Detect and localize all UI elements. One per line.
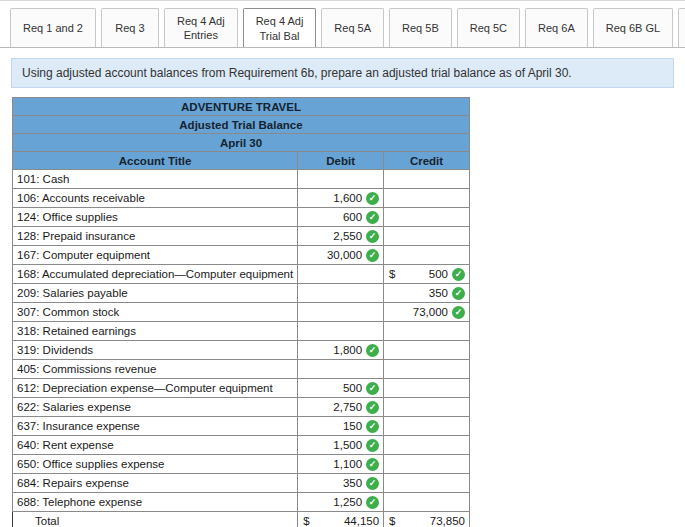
credit-amount-cell[interactable]	[384, 360, 470, 379]
debit-amount-cell[interactable]	[298, 322, 384, 341]
table-row: 209: Salaries payable 350✓	[13, 284, 470, 303]
credit-amount-cell[interactable]: 73,000✓	[384, 303, 470, 322]
tab-req-5c[interactable]: Req 5C	[457, 8, 520, 47]
debit-amount-cell[interactable]	[298, 170, 384, 189]
correct-check-icon: ✓	[366, 192, 379, 205]
currency-symbol: $	[388, 268, 395, 280]
tab-req-5a[interactable]: Req 5A	[321, 8, 384, 47]
amount-value: 150	[343, 420, 362, 432]
total-credit-cell: $73,850	[384, 512, 470, 527]
credit-amount-cell[interactable]	[384, 493, 470, 512]
account-title-cell: 319: Dividends	[13, 341, 298, 360]
table-row: 612: Depreciation expense—Computer equip…	[13, 379, 470, 398]
credit-amount-cell[interactable]	[384, 455, 470, 474]
tab-req-3[interactable]: Req 3	[101, 8, 159, 47]
amount-value: 73,000	[413, 306, 448, 318]
tab-req-4-adj-trial-bal[interactable]: Req 4 Adj Trial Bal	[243, 8, 317, 48]
credit-amount-cell[interactable]	[384, 398, 470, 417]
credit-amount-cell[interactable]	[384, 170, 470, 189]
tab-req-5b[interactable]: Req 5B	[389, 8, 452, 47]
table-row: 319: Dividends 1,800✓	[13, 341, 470, 360]
table-row: 318: Retained earnings	[13, 322, 470, 341]
debit-amount-cell[interactable]	[298, 265, 384, 284]
tab-req-6a[interactable]: Req 6A	[525, 8, 588, 47]
credit-amount-cell[interactable]	[384, 246, 470, 265]
amount-value: 350	[429, 287, 448, 299]
credit-amount-cell[interactable]	[384, 322, 470, 341]
debit-amount-cell[interactable]: 500✓	[298, 379, 384, 398]
statement-title: Adjusted Trial Balance	[13, 116, 470, 134]
table-row: 307: Common stock 73,000✓	[13, 303, 470, 322]
table-row: 168: Accumulated depreciation—Computer e…	[13, 265, 470, 284]
correct-check-icon: ✓	[366, 401, 379, 414]
amount-value: 500	[429, 268, 448, 280]
tab-req-1-and-2[interactable]: Req 1 and 2	[10, 8, 96, 47]
account-title-cell: 124: Office supplies	[13, 208, 298, 227]
amount-value: 600	[343, 211, 362, 223]
debit-amount-cell[interactable]	[298, 303, 384, 322]
debit-amount-cell[interactable]: 2,750✓	[298, 398, 384, 417]
amount-value: 1,250	[333, 496, 362, 508]
correct-check-icon: ✓	[366, 382, 379, 395]
correct-check-icon: ✓	[366, 344, 379, 357]
correct-check-icon: ✓	[366, 458, 379, 471]
table-row: 622: Salaries expense 2,750✓	[13, 398, 470, 417]
instruction-banner: Using adjusted account balances from Req…	[11, 58, 674, 88]
credit-amount-cell[interactable]: 350✓	[384, 284, 470, 303]
credit-amount-cell[interactable]	[384, 341, 470, 360]
tab-req-6b-gl[interactable]: Req 6B GL	[593, 8, 673, 47]
correct-check-icon: ✓	[452, 268, 465, 281]
correct-check-icon: ✓	[452, 306, 465, 319]
debit-amount-cell[interactable]: 2,550✓	[298, 227, 384, 246]
table-title-date-row: April 30	[13, 134, 470, 152]
debit-amount-cell[interactable]: 150✓	[298, 417, 384, 436]
account-title-cell: 612: Depreciation expense—Computer equip…	[13, 379, 298, 398]
tab-req-4-adj-entries[interactable]: Req 4 Adj Entries	[164, 8, 238, 47]
credit-amount-cell[interactable]	[384, 227, 470, 246]
account-title-cell: 168: Accumulated depreciation—Computer e…	[13, 265, 298, 284]
amount-value: 500	[343, 382, 362, 394]
correct-check-icon: ✓	[366, 249, 379, 262]
tab-req-7[interactable]: Req 7	[678, 8, 685, 47]
column-header-debit: Debit	[298, 152, 384, 170]
correct-check-icon: ✓	[366, 420, 379, 433]
table-row: 688: Telephone expense 1,250✓	[13, 493, 470, 512]
account-title-cell: 622: Salaries expense	[13, 398, 298, 417]
table-title-statement-row: Adjusted Trial Balance	[13, 116, 470, 134]
debit-amount-cell[interactable]: 600✓	[298, 208, 384, 227]
account-title-cell: 167: Computer equipment	[13, 246, 298, 265]
table-row: 101: Cash	[13, 170, 470, 189]
account-title-cell: 684: Repairs expense	[13, 474, 298, 493]
company-name: ADVENTURE TRAVEL	[13, 98, 470, 116]
credit-amount-cell[interactable]	[384, 379, 470, 398]
correct-check-icon: ✓	[452, 287, 465, 300]
account-title-cell: 650: Office supplies expense	[13, 455, 298, 474]
debit-amount-cell[interactable]: 1,100✓	[298, 455, 384, 474]
credit-amount-cell[interactable]	[384, 208, 470, 227]
credit-amount-cell[interactable]	[384, 474, 470, 493]
credit-amount-cell[interactable]	[384, 417, 470, 436]
correct-check-icon: ✓	[366, 211, 379, 224]
total-row: Total $44,150 $73,850	[13, 512, 470, 527]
statement-date: April 30	[13, 134, 470, 152]
account-title-cell: 209: Salaries payable	[13, 284, 298, 303]
debit-amount-cell[interactable]	[298, 360, 384, 379]
credit-amount-cell[interactable]	[384, 436, 470, 455]
tab-bar: Req 1 and 2Req 3Req 4 Adj EntriesReq 4 A…	[0, 8, 685, 48]
account-title-cell: 318: Retained earnings	[13, 322, 298, 341]
debit-amount-cell[interactable]: 1,500✓	[298, 436, 384, 455]
credit-amount-cell[interactable]	[384, 189, 470, 208]
debit-amount-cell[interactable]: 350✓	[298, 474, 384, 493]
table-row: 405: Commissions revenue	[13, 360, 470, 379]
debit-amount-cell[interactable]	[298, 284, 384, 303]
adjusted-trial-balance-table: ADVENTURE TRAVEL Adjusted Trial Balance …	[12, 97, 470, 527]
amount-value: 2,550	[333, 230, 362, 242]
debit-amount-cell[interactable]: 1,800✓	[298, 341, 384, 360]
account-title-cell: 128: Prepaid insurance	[13, 227, 298, 246]
amount-value: 44,150	[344, 515, 379, 527]
correct-check-icon: ✓	[366, 496, 379, 509]
debit-amount-cell[interactable]: 1,250✓	[298, 493, 384, 512]
debit-amount-cell[interactable]: 1,600✓	[298, 189, 384, 208]
credit-amount-cell[interactable]: $500✓	[384, 265, 470, 284]
debit-amount-cell[interactable]: 30,000✓	[298, 246, 384, 265]
